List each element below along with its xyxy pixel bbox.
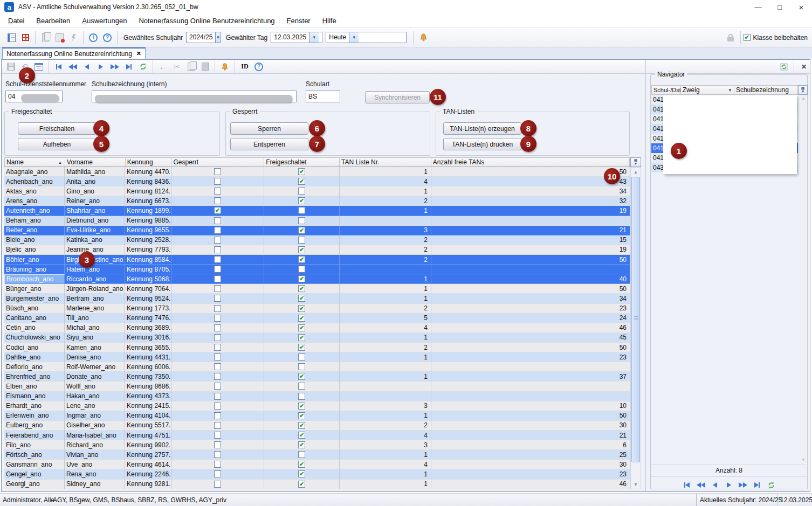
table-row[interactable]: Elben_anoWolff_anoKennung 8686... [4,382,630,391]
tab-notenerfassung[interactable]: Notenerfassung Online Benutzereinrichtun… [2,47,146,59]
nav-first-icon[interactable] [680,479,693,491]
gesperrt-checkbox[interactable] [214,412,221,419]
gesperrt-checkbox[interactable] [214,451,221,458]
gesperrt-checkbox[interactable] [214,324,221,331]
table-row[interactable]: Codici_anoKamen_anoKennung 3655...✔250 [4,343,630,352]
fast-next-record-icon[interactable] [108,60,121,73]
gesperrt-checkbox[interactable] [214,285,221,292]
table-row[interactable]: Burgemeister_anoBertram_anoKennung 9524.… [4,294,630,303]
freigeschaltet-checkbox[interactable]: ✔ [298,412,305,419]
gesperrt-checkbox[interactable] [214,383,221,390]
last-record-icon[interactable] [122,60,135,73]
table-row[interactable]: Chucholowski_anoSiyu_anoKennung 3016...✔… [4,333,630,343]
freigeschaltet-checkbox[interactable] [298,207,305,214]
freigeschaltet-checkbox[interactable]: ✔ [298,168,305,175]
table-row[interactable]: Büsch_anoMarlene_anoKennung 1773...✔223 [4,304,630,314]
nav-next-icon[interactable] [722,479,735,491]
gesperrt-checkbox[interactable] [214,246,221,253]
table-row[interactable]: Beham_anoDietmund_anoKennung 9885... [4,216,630,226]
heute-select[interactable]: Heute▼ [326,32,407,43]
freigeschaltet-checkbox[interactable]: ✔ [298,197,305,204]
tag-date-select[interactable]: 12.03.2025▼ [271,32,322,43]
table-row[interactable]: Elsmann_anoHakan_anoKennung 4373... [4,392,630,401]
gesperrt-checkbox[interactable] [214,470,221,477]
table-row[interactable]: Bräuning_anoHatem_anoKennung 8705... [4,265,630,274]
column-header-5[interactable]: TAN Liste Nr. [340,158,431,167]
table-row[interactable]: Arens_anoReiner_anoKennung 6673...✔232 [4,196,630,206]
gesperrt-checkbox[interactable] [214,363,221,370]
gesperrt-checkbox[interactable]: ✔ [214,207,221,214]
gesperrt-checkbox[interactable] [214,305,221,312]
nav-column-config-icon[interactable]: ▦▼ [798,85,808,95]
freigeschaltet-checkbox[interactable] [298,451,305,458]
tan-erzeugen-button[interactable]: TAN-Liste(n) erzeugen [443,122,521,135]
close-view-icon[interactable]: ✕ [797,60,810,73]
table-row[interactable]: Georgi_anoSidney_anoKennung 9281...✔146 [4,480,630,489]
freigeschaltet-checkbox[interactable]: ✔ [298,246,305,253]
gesperrt-checkbox[interactable] [214,188,221,195]
table-row[interactable]: Achenbach_anoAnita_anoKennung 8436...✔44… [4,177,630,186]
gesperrt-checkbox[interactable] [214,275,221,282]
freischalten-button[interactable]: Freischalten [18,122,96,135]
maximize-button[interactable]: □ [769,1,790,13]
help2-icon[interactable]: ? [252,60,265,73]
freigeschaltet-checkbox[interactable]: ✔ [298,432,305,439]
freigeschaltet-checkbox[interactable]: ✔ [298,305,305,312]
gesperrt-checkbox[interactable] [214,441,221,448]
schulnummer-input[interactable]: 04 [5,91,63,102]
freigeschaltet-checkbox[interactable]: ✔ [298,315,305,322]
table-row[interactable]: Gansmann_anoUve_anoKennung 4614...✔430 [4,460,630,469]
freigeschaltet-checkbox[interactable]: ✔ [298,256,305,263]
nav-col-zweig[interactable]: Zweig▼ [681,86,734,94]
sperren-button[interactable]: Sperren [230,122,308,135]
gesperrt-checkbox[interactable] [214,432,221,439]
table-row[interactable]: Biele_anoKatinka_anoKennung 2528...215 [4,235,630,245]
schulbez-input[interactable] [92,91,297,102]
freigeschaltet-checkbox[interactable] [298,393,305,400]
gesperrt-checkbox[interactable] [214,217,221,224]
table-row[interactable]: Aktas_anoGino_anoKennung 8124...134 [4,186,630,196]
tan-drucken-button[interactable]: TAN-Liste(n) drucken [443,138,521,150]
edit-form-icon[interactable] [32,60,45,73]
freigeschaltet-checkbox[interactable] [298,188,305,195]
nav-prev-icon[interactable] [708,479,721,491]
gesperrt-checkbox[interactable] [214,393,221,400]
table-row[interactable]: Erhardt_anoLene_anoKennung 2415...✔310 [4,401,630,411]
refresh-icon[interactable] [136,60,149,73]
table-row[interactable]: Brombosch_anoRiccardo_anoKennung 5068...… [4,274,630,284]
gesperrt-checkbox[interactable] [214,373,221,380]
navigator-scrollbar[interactable]: ▲ ▼ [800,95,807,463]
menu-item-datei[interactable]: Datei [2,17,30,25]
table-row[interactable]: Gengel_anoRena_anoKennung 2246...✔123 [4,469,630,479]
first-record-icon[interactable] [52,60,65,73]
menu-item-bearbeiten[interactable]: Bearbeiten [30,17,76,25]
gesperrt-checkbox[interactable] [214,344,221,351]
table-row[interactable]: Eulberg_anoGiselher_anoKennung 5517...✔2… [4,421,630,431]
freigeschaltet-checkbox[interactable]: ✔ [298,441,305,448]
notify-bell-icon[interactable] [218,60,231,73]
gesperrt-checkbox[interactable] [214,237,221,244]
table-row[interactable]: Autenrieth_anoShahriar_anoKennung 1899..… [4,206,630,216]
freigeschaltet-checkbox[interactable]: ✔ [298,334,305,341]
table-row[interactable]: Ehrenfried_anoDonate_anoKennung 7350...✔… [4,372,630,382]
gesperrt-checkbox[interactable] [214,168,221,175]
freigeschaltet-checkbox[interactable]: ✔ [298,275,305,282]
freigeschaltet-checkbox[interactable]: ✔ [298,324,305,331]
refresh-view-icon[interactable] [777,60,790,73]
info-icon[interactable]: i [87,31,100,44]
table-row[interactable]: Erlenwein_anoIngmar_anoKennung 4104...✔1… [4,411,630,421]
freigeschaltet-checkbox[interactable] [298,383,305,390]
gesperrt-checkbox[interactable] [214,481,221,488]
column-header-6[interactable]: Anzahl freie TANs [431,158,629,167]
table-row[interactable]: Filo_anoRichard_anoKennung 9902...✔36 [4,440,630,450]
id-icon[interactable]: ID [238,60,251,73]
gesperrt-checkbox[interactable] [214,227,221,234]
tab-close-icon[interactable]: ✕ [136,50,141,57]
freigeschaltet-checkbox[interactable]: ✔ [298,285,305,292]
nav-last-icon[interactable] [751,479,763,491]
menu-item-hilfe[interactable]: Hilfe [316,17,342,25]
synchronisieren-button[interactable]: Synchronisieren [365,91,430,103]
help-icon[interactable]: ? [101,31,114,44]
column-config-icon[interactable]: ▦▼ [630,157,641,167]
freigeschaltet-checkbox[interactable]: ✔ [298,403,305,410]
